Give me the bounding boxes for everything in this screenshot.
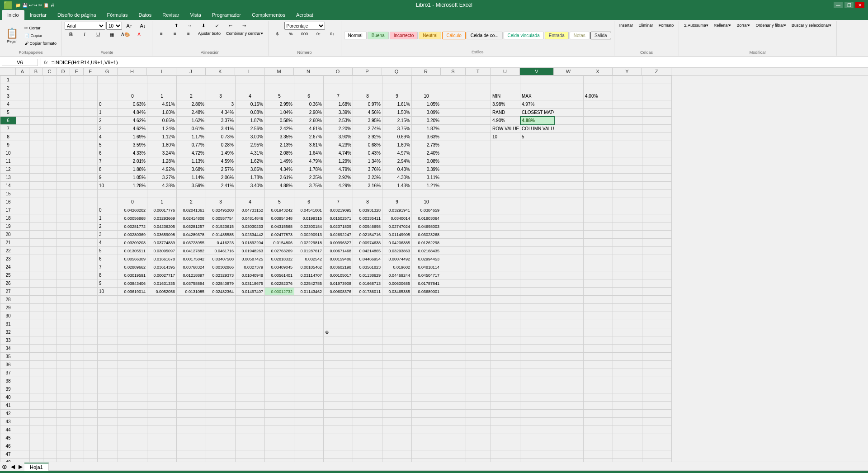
cell-E7[interactable] [71,125,84,133]
restore-button[interactable]: ❐ [844,2,854,8]
cell-M43[interactable] [265,418,294,426]
cell-U18[interactable] [491,214,520,222]
cell-K17[interactable]: 0.02495208 [206,206,236,214]
cell-B10[interactable] [30,149,43,157]
cell-W32[interactable] [554,328,584,336]
cell-Y43[interactable] [613,418,642,426]
tab-datos[interactable]: Datos [133,10,157,20]
cell-T24[interactable] [466,263,491,271]
cell-U5[interactable]: RAND [491,109,520,117]
cell-C8[interactable] [43,133,57,141]
cell-A42[interactable] [16,410,30,418]
cell-L2[interactable] [236,84,265,92]
cell-B1[interactable] [30,76,43,84]
cell-N48[interactable] [294,459,324,462]
cell-Y38[interactable] [613,377,642,385]
cell-X33[interactable] [584,336,613,345]
cell-J39[interactable] [177,385,206,393]
cell-U7[interactable]: ROW VALUE [491,125,520,133]
cell-W17[interactable] [554,206,584,214]
tab-revisar[interactable]: Revisar [157,10,184,20]
cell-Y5[interactable] [613,109,642,117]
cell-G36[interactable] [98,361,118,369]
cell-N21[interactable]: 0.02229818 [294,239,324,247]
cell-K33[interactable] [206,336,236,345]
cell-J1[interactable] [177,76,206,84]
cell-N40[interactable] [294,393,324,402]
cell-E27[interactable] [71,288,84,296]
cell-R28[interactable] [412,296,441,304]
cell-U30[interactable] [491,312,520,320]
cell-E38[interactable] [71,377,84,385]
cell-X30[interactable] [584,312,613,320]
col-header-i[interactable]: I [147,68,176,75]
cell-T30[interactable] [466,312,491,320]
cell-V18[interactable] [520,214,554,222]
cell-I18[interactable]: 0.03293669 [147,214,177,222]
cell-U39[interactable] [491,385,520,393]
cell-Y36[interactable] [613,361,642,369]
cell-R35[interactable] [412,353,441,361]
cell-H3[interactable]: 0 [118,92,147,100]
cell-D41[interactable] [57,402,71,410]
cell-G5[interactable]: 1 [98,109,118,117]
col-header-c[interactable]: C [43,68,57,75]
cell-T8[interactable] [466,133,491,141]
cell-L48[interactable] [236,459,265,462]
nav-right-button[interactable]: ▶ [17,464,24,470]
cell-N24[interactable]: 0.00105462 [294,263,324,271]
cell-V30[interactable] [520,312,554,320]
cell-A16[interactable] [16,198,30,206]
cell-O42[interactable] [324,410,353,418]
cell-X18[interactable] [584,214,613,222]
cell-T1[interactable] [466,76,491,84]
cell-Z16[interactable] [642,198,672,206]
cell-N15[interactable] [294,190,324,198]
cell-K1[interactable] [206,76,236,84]
cell-D47[interactable] [57,450,71,459]
cell-I39[interactable] [147,385,177,393]
cell-J2[interactable] [177,84,206,92]
cell-H44[interactable] [118,426,147,434]
cell-V45[interactable] [520,434,554,442]
cell-E12[interactable] [71,166,84,174]
cell-Y2[interactable] [613,84,642,92]
tab-complementos[interactable]: Complementos [246,10,291,20]
cell-S21[interactable] [441,239,466,247]
cell-W24[interactable] [554,263,584,271]
cell-W31[interactable] [554,320,584,328]
cell-Q20[interactable]: 0.01149905 [382,231,412,239]
cell-X28[interactable] [584,296,613,304]
cell-E30[interactable] [71,312,84,320]
cell-A30[interactable] [16,312,30,320]
cell-G15[interactable] [98,190,118,198]
cell-P17[interactable]: 0.03931328 [353,206,382,214]
cell-Y34[interactable] [613,345,642,353]
cell-T47[interactable] [466,450,491,459]
cell-C9[interactable] [43,141,57,149]
cell-W29[interactable] [554,304,584,312]
cell-G12[interactable]: 8 [98,166,118,174]
col-header-x[interactable]: X [583,68,613,75]
cell-P36[interactable] [353,361,382,369]
cell-Q38[interactable] [382,377,412,385]
cell-H24[interactable]: 0.02889662 [118,263,147,271]
cell-C40[interactable] [43,393,57,402]
font-grow-button[interactable]: A↑ [123,23,136,29]
cell-Y12[interactable] [613,166,642,174]
cell-A21[interactable] [16,239,30,247]
cell-O45[interactable] [324,434,353,442]
cell-N44[interactable] [294,426,324,434]
cell-L12[interactable]: 3.86% [236,166,265,174]
cell-P38[interactable] [353,377,382,385]
cell-F16[interactable] [84,198,98,206]
cell-Z40[interactable] [642,393,672,402]
cell-F24[interactable] [84,263,98,271]
cell-X2[interactable] [584,84,613,92]
cell-U21[interactable] [491,239,520,247]
cell-R4[interactable]: 1.05% [412,100,441,109]
cell-A48[interactable] [16,459,30,462]
cell-I46[interactable] [147,442,177,450]
cell-J28[interactable] [177,296,206,304]
cell-E5[interactable] [71,109,84,117]
